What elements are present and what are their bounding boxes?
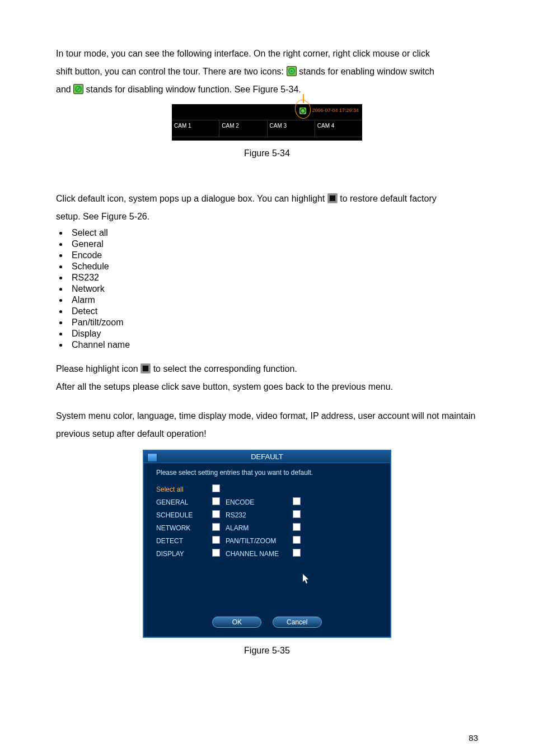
option-select-all: Select all	[156, 486, 212, 493]
para2-line1: Click default icon, system pops up a dia…	[56, 190, 478, 208]
dialog-title: DEFAULT	[251, 452, 283, 461]
dialog-buttons: OK Cancel	[144, 617, 390, 637]
checkbox-schedule[interactable]	[212, 510, 220, 518]
spacer	[56, 352, 478, 360]
figure-5-34: 2006-07-04 17:29:34 CAM 1 CAM 2 CAM 3 CA…	[56, 104, 478, 141]
para1-line1: In tour mode, you can see the following …	[56, 45, 478, 63]
option-general: GENERAL	[156, 498, 212, 506]
camera-preview-bar: 2006-07-04 17:29:34 CAM 1 CAM 2 CAM 3 CA…	[172, 104, 362, 141]
cursor-icon	[303, 574, 310, 584]
checkbox-network[interactable]	[212, 523, 220, 531]
figure-5-35: DEFAULT Please select setting entries th…	[56, 450, 478, 638]
list-item: Network	[68, 284, 478, 294]
cam-cell: CAM 4	[315, 120, 362, 137]
dialog-title-icon	[147, 453, 157, 462]
svg-point-4	[301, 109, 305, 113]
list-item: Display	[68, 329, 478, 339]
cancel-button[interactable]: Cancel	[273, 617, 322, 628]
ok-button[interactable]: OK	[212, 617, 261, 628]
text: stands for disabling window function. Se…	[86, 85, 301, 94]
page: In tour mode, you can see the following …	[0, 0, 534, 756]
text: stands for enabling window switch	[299, 67, 434, 76]
dialog-instruction: Please select setting entries that you w…	[156, 469, 378, 477]
text: Please highlight icon	[56, 364, 140, 374]
option-rs232: RS232	[226, 511, 293, 519]
list-item: Detect	[68, 306, 478, 316]
para1-line3: and stands for disabling window function…	[56, 81, 478, 99]
default-items-list: Select all General Encode Schedule RS232…	[68, 228, 478, 350]
tour-enable-icon	[299, 108, 306, 114]
text: Click default icon, system pops up a dia…	[56, 194, 327, 203]
para4: System menu color, language, time displa…	[56, 407, 478, 443]
list-item: General	[68, 239, 478, 249]
para2-line2: setup. See Figure 5-26.	[56, 208, 478, 226]
option-network: NETWORK	[156, 524, 212, 532]
cam-cell: CAM 3	[268, 120, 315, 137]
list-item: Select all	[68, 228, 478, 238]
para3-line1: Please highlight icon to select the corr…	[56, 360, 478, 378]
tour-disable-icon	[73, 84, 83, 94]
figure-5-35-caption: Figure 5-35	[56, 646, 478, 656]
text: to restore default factory	[340, 194, 437, 203]
list-item: Schedule	[68, 262, 478, 272]
option-alarm: ALARM	[226, 524, 293, 532]
option-display: DISPLAY	[156, 550, 212, 558]
checkbox-ptz[interactable]	[293, 536, 301, 544]
list-item: Pan/tilt/zoom	[68, 318, 478, 328]
checkbox-display[interactable]	[212, 549, 220, 557]
text: In tour mode, you can see the following …	[56, 49, 430, 58]
checkbox-select-all[interactable]	[212, 484, 220, 492]
tour-enable-icon	[287, 66, 297, 76]
list-item: Encode	[68, 250, 478, 260]
option-encode: ENCODE	[226, 498, 293, 506]
dialog-options-grid: Select all GENERAL ENCODE SCHEDULE RS232…	[156, 484, 378, 558]
option-detect: DETECT	[156, 537, 212, 545]
option-schedule: SCHEDULE	[156, 511, 212, 519]
dialog-title-bar: DEFAULT	[144, 451, 390, 463]
checkbox-encode[interactable]	[293, 497, 301, 505]
svg-line-3	[76, 87, 81, 91]
preview-bottom	[172, 137, 362, 141]
default-dialog: DEFAULT Please select setting entries th…	[143, 450, 391, 638]
list-item: Alarm	[68, 295, 478, 305]
spacer	[56, 396, 478, 407]
cam-cell: CAM 1	[172, 120, 219, 137]
checkbox-channel-name[interactable]	[293, 549, 301, 557]
checkbox-alarm[interactable]	[293, 523, 301, 531]
list-item: RS232	[68, 273, 478, 283]
highlight-checkbox-icon	[327, 193, 338, 203]
preview-top-bar: 2006-07-04 17:29:34	[172, 104, 362, 120]
checkbox-rs232[interactable]	[293, 510, 301, 518]
option-channel-name: CHANNEL NAME	[226, 550, 293, 558]
option-ptz: PAN/TILT/ZOOM	[226, 537, 293, 545]
text: to select the corresponding function.	[153, 364, 297, 374]
spacer	[56, 175, 478, 190]
para1-line2: shift button, you can control the tour. …	[56, 63, 478, 81]
page-number: 83	[469, 733, 478, 743]
dialog-body: Please select setting entries that you w…	[144, 463, 390, 617]
text: shift button, you can control the tour. …	[56, 67, 287, 76]
figure-5-34-caption: Figure 5-34	[56, 148, 478, 158]
text: and	[56, 85, 73, 94]
list-item: Channel name	[68, 340, 478, 350]
highlight-checkbox-icon	[140, 363, 151, 374]
para3-line2: After all the setups please click save b…	[56, 378, 478, 396]
timestamp: 2006-07-04 17:29:34	[312, 108, 359, 113]
checkbox-detect[interactable]	[212, 536, 220, 544]
camera-cells: CAM 1 CAM 2 CAM 3 CAM 4	[172, 120, 362, 137]
svg-point-1	[291, 70, 293, 72]
cam-cell: CAM 2	[219, 120, 267, 137]
checkbox-general[interactable]	[212, 497, 220, 505]
